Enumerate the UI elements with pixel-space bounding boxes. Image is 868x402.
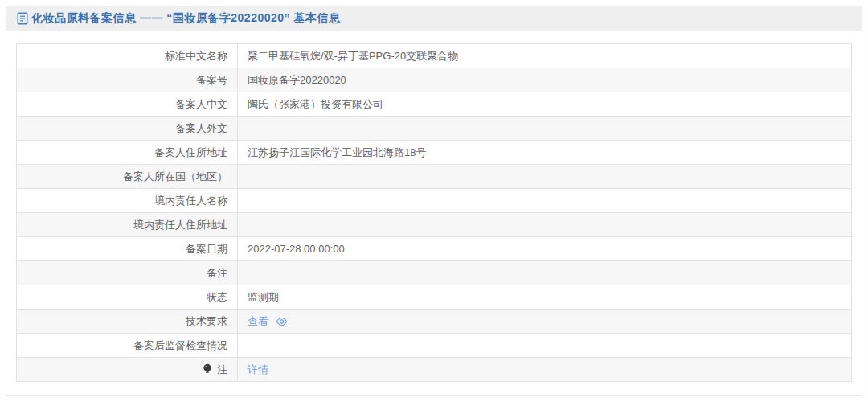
row-label-text: 标准中文名称: [165, 50, 227, 62]
row-label-text: 备案人住所地址: [154, 146, 227, 158]
table-row: 备案日期 2022-07-28 00:00:00: [17, 237, 852, 261]
row-label: 备案人住所地址: [17, 141, 238, 165]
row-label: 技术要求: [17, 310, 238, 334]
table-body: 标准中文名称 聚二甲基硅氧烷/双-异丁基PPG-20交联聚合物 备案号: [17, 44, 852, 382]
row-value: 江苏扬子江国际化学工业园北海路18号: [238, 141, 852, 165]
row-value-text: 监测期: [248, 291, 279, 303]
page: 化妆品原料备案信息 —— “国妆原备字20220020” 基本信息 标准中文名称…: [0, 0, 868, 402]
row-value: [238, 261, 852, 285]
row-label: 备案后监督检查情况: [17, 334, 238, 358]
row-value: 查看: [238, 310, 852, 334]
table-row: 技术要求 查看: [17, 310, 852, 334]
row-value-text: 2022-07-28 00:00:00: [248, 243, 345, 255]
row-label-text: 注: [217, 363, 227, 375]
table-row: 备案后监督检查情况: [17, 334, 852, 358]
row-label-text: 备注: [207, 267, 227, 279]
page-title: 化妆品原料备案信息 —— “国妆原备字20220020” 基本信息: [31, 11, 340, 26]
row-value: 2022-07-28 00:00:00: [238, 237, 852, 261]
row-value-link[interactable]: 查看: [248, 315, 268, 327]
row-label: 状态: [17, 285, 238, 310]
filing-info-panel: 化妆品原料备案信息 —— “国妆原备字20220020” 基本信息 标准中文名称…: [6, 6, 862, 396]
row-value: [238, 213, 852, 237]
table-row: 注 详情: [17, 358, 852, 382]
table-row: 标准中文名称 聚二甲基硅氧烷/双-异丁基PPG-20交联聚合物: [17, 44, 852, 68]
row-label-text: 状态: [207, 291, 227, 303]
table-row: 备注: [17, 261, 852, 285]
bulb-icon: [203, 363, 212, 377]
panel-header: 化妆品原料备案信息 —— “国妆原备字20220020” 基本信息: [6, 6, 862, 31]
row-value-text: 国妆原备字20220020: [248, 74, 346, 86]
row-label: 注: [17, 358, 238, 382]
table-row: 备案人中文 陶氏（张家港）投资有限公司: [17, 92, 852, 117]
row-label-text: 备案后监督检查情况: [133, 339, 227, 351]
row-label-text: 境内责任人住所地址: [133, 219, 227, 231]
row-value: 监测期: [238, 285, 852, 310]
row-label: 备注: [17, 261, 238, 285]
row-value: 陶氏（张家港）投资有限公司: [238, 92, 852, 117]
row-label: 备案日期: [17, 237, 238, 261]
row-value-link[interactable]: 详情: [248, 363, 268, 375]
table-row: 备案号 国妆原备字20220020: [17, 68, 852, 92]
row-label-text: 备案日期: [186, 243, 227, 255]
row-label-text: 技术要求: [186, 315, 227, 327]
eye-icon: [276, 317, 288, 329]
row-value-text: 江苏扬子江国际化学工业园北海路18号: [248, 146, 426, 158]
row-value: [238, 189, 852, 213]
row-label: 境内责任人住所地址: [17, 213, 238, 237]
row-label-text: 备案人所在国（地区）: [123, 170, 227, 183]
row-value: 国妆原备字20220020: [238, 68, 852, 92]
row-label: 境内责任人名称: [17, 189, 238, 213]
row-value-text: 陶氏（张家港）投资有限公司: [248, 98, 383, 110]
row-value: [238, 117, 852, 141]
row-label-text: 备案人外文: [175, 122, 227, 134]
row-value-text: 聚二甲基硅氧烷/双-异丁基PPG-20交联聚合物: [248, 50, 458, 62]
document-icon: [17, 12, 28, 25]
row-value: [238, 165, 852, 189]
table-row: 境内责任人名称: [17, 189, 852, 213]
filing-info-table: 标准中文名称 聚二甲基硅氧烷/双-异丁基PPG-20交联聚合物 备案号: [16, 43, 852, 382]
row-value: [238, 334, 852, 358]
row-label-text: 境内责任人名称: [154, 195, 227, 207]
row-value: 详情: [238, 358, 852, 382]
row-value: 聚二甲基硅氧烷/双-异丁基PPG-20交联聚合物: [238, 44, 852, 68]
table-row: 状态 监测期: [17, 285, 852, 310]
table-row: 备案人所在国（地区）: [17, 165, 852, 189]
row-label: 备案人所在国（地区）: [17, 165, 238, 189]
row-label: 备案号: [17, 68, 238, 92]
row-label-text: 备案人中文: [175, 98, 227, 110]
table-row: 境内责任人住所地址: [17, 213, 852, 237]
row-label: 标准中文名称: [17, 44, 238, 68]
table-row: 备案人外文: [17, 117, 852, 141]
row-label: 备案人中文: [17, 92, 238, 117]
row-label-text: 备案号: [196, 74, 227, 86]
table-row: 备案人住所地址 江苏扬子江国际化学工业园北海路18号: [17, 141, 852, 165]
row-label: 备案人外文: [17, 117, 238, 141]
